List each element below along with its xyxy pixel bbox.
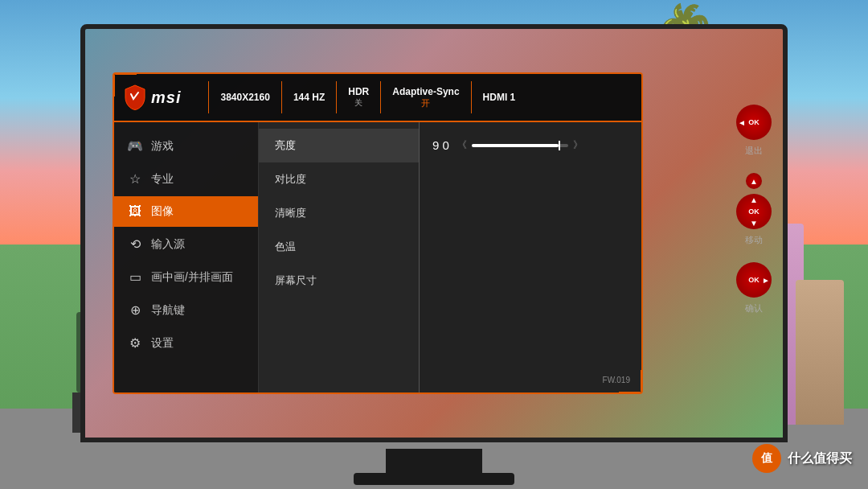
monitor-base	[354, 473, 514, 485]
brightness-value-display: 9 0 《 》	[432, 138, 628, 152]
value-panel: 9 0 《 》	[420, 122, 641, 392]
divider-3	[336, 81, 337, 113]
navi-icon: ⊕	[127, 302, 143, 318]
sidebar-item-input[interactable]: ⟲ 输入源	[114, 228, 258, 260]
slider-right-arrow: 》	[573, 138, 583, 152]
settings-icon: ⚙	[127, 335, 143, 351]
contrast-label: 对比度	[275, 173, 306, 185]
pip-icon: ▭	[127, 269, 143, 285]
divider-5	[471, 81, 472, 113]
sidebar: 🎮 游戏 ☆ 专业 🖼 图像 ⟲ 输入源 ▭ 画中画/并排画面	[114, 122, 259, 392]
sidebar-item-settings[interactable]: ⚙ 设置	[114, 327, 258, 359]
brightness-slider[interactable]: 《 》	[457, 138, 583, 152]
confirm-ok-label: OK	[748, 276, 760, 284]
osd-panel: msi 3840X2160 144 HZ HDR 关 Adaptive-Sync…	[113, 72, 643, 394]
confirm-button[interactable]: ► OK	[736, 262, 772, 298]
adaptive-sync-value: 开	[421, 97, 430, 109]
resolution-item: 3840X2160	[220, 92, 269, 103]
color-temp-label: 色温	[275, 240, 296, 253]
watermark: 值 什么值得买	[752, 444, 852, 473]
watermark-text: 什么值得买	[788, 450, 852, 467]
game-icon: 🎮	[127, 138, 143, 154]
move-button[interactable]: ▲ ▼ OK	[736, 194, 772, 229]
sidebar-label-pro: 专业	[151, 172, 174, 187]
confirm-button-group: ► OK 确认	[736, 262, 772, 314]
move-arrow-down: ▼	[750, 219, 758, 228]
move-label: 移动	[745, 234, 763, 246]
sidebar-label-settings: 设置	[151, 336, 174, 351]
setting-contrast[interactable]: 对比度	[259, 162, 419, 196]
sidebar-label-image: 图像	[151, 204, 174, 219]
confirm-arrow-right: ►	[762, 276, 770, 285]
resolution-value: 3840X2160	[220, 92, 269, 103]
hz-value: 144 HZ	[293, 92, 325, 103]
brightness-number: 9 0	[432, 138, 449, 152]
divider-2	[281, 81, 282, 113]
brightness-label: 亮度	[275, 139, 296, 151]
hdr-value: 关	[354, 97, 362, 109]
hz-item: 144 HZ	[293, 92, 325, 103]
msi-brand-text: msi	[151, 88, 181, 107]
settings-panel: 亮度 对比度 清晰度 色温 屏幕尺寸	[259, 122, 420, 392]
setting-screen-size[interactable]: 屏幕尺寸	[259, 264, 419, 298]
osd-corner-tl	[113, 72, 137, 97]
status-bar: msi 3840X2160 144 HZ HDR 关 Adaptive-Sync…	[114, 74, 641, 122]
image-icon: 🖼	[127, 204, 143, 219]
slider-left-arrow: 《	[457, 138, 467, 152]
building-3	[796, 280, 844, 425]
setting-brightness[interactable]: 亮度	[259, 129, 419, 162]
sidebar-label-game: 游戏	[151, 139, 174, 154]
fw-version: FW.019	[603, 376, 630, 384]
adaptive-sync-label: Adaptive-Sync	[392, 86, 459, 97]
sidebar-item-pro[interactable]: ☆ 专业	[114, 163, 258, 195]
setting-sharpness[interactable]: 清晰度	[259, 196, 419, 230]
slider-track	[472, 144, 568, 147]
confirm-label: 确认	[745, 302, 763, 314]
slider-fill	[472, 144, 559, 147]
setting-color-temp[interactable]: 色温	[259, 230, 419, 264]
input-value: HDMI 1	[483, 92, 516, 103]
move-up-button[interactable]: ▲	[746, 173, 762, 189]
exit-arrow-left: ◄	[738, 118, 746, 127]
osd-overlay: msi 3840X2160 144 HZ HDR 关 Adaptive-Sync…	[80, 24, 788, 442]
screen-size-label: 屏幕尺寸	[275, 274, 317, 286]
sidebar-label-navi: 导航键	[151, 303, 185, 318]
osd-content: 🎮 游戏 ☆ 专业 🖼 图像 ⟲ 输入源 ▭ 画中画/并排画面	[114, 122, 641, 392]
sidebar-item-pip[interactable]: ▭ 画中画/并排画面	[114, 261, 258, 293]
control-buttons: ◄ OK 退出 ▲ ▲ ▼ OK 移动 ► OK 确认	[736, 105, 772, 314]
exit-button[interactable]: ◄ OK	[736, 105, 772, 140]
sidebar-item-game[interactable]: 🎮 游戏	[114, 130, 258, 162]
sidebar-item-image[interactable]: 🖼 图像	[114, 196, 258, 227]
sidebar-label-pip: 画中画/并排画面	[151, 270, 233, 285]
hdr-item: HDR 关	[348, 86, 369, 109]
sharpness-label: 清晰度	[275, 207, 306, 219]
divider-4	[380, 81, 381, 113]
watermark-icon-text: 值	[761, 451, 772, 466]
exit-button-group: ◄ OK 退出	[736, 105, 772, 157]
move-button-group: ▲ ▲ ▼ OK 移动	[736, 173, 772, 246]
hdr-label: HDR	[348, 86, 369, 97]
input-icon: ⟲	[127, 236, 143, 252]
sidebar-item-navi[interactable]: ⊕ 导航键	[114, 294, 258, 326]
pro-icon: ☆	[127, 171, 143, 187]
exit-label: 退出	[745, 145, 763, 157]
divider-1	[208, 81, 209, 113]
adaptive-sync-item: Adaptive-Sync 开	[392, 86, 459, 109]
input-item: HDMI 1	[483, 92, 516, 103]
sidebar-label-input: 输入源	[151, 237, 185, 252]
watermark-icon: 值	[752, 444, 781, 473]
slider-thumb	[559, 141, 560, 150]
move-ok-label: OK	[748, 208, 760, 216]
move-arrow-up: ▲	[750, 195, 758, 204]
exit-ok-label: OK	[748, 118, 760, 126]
